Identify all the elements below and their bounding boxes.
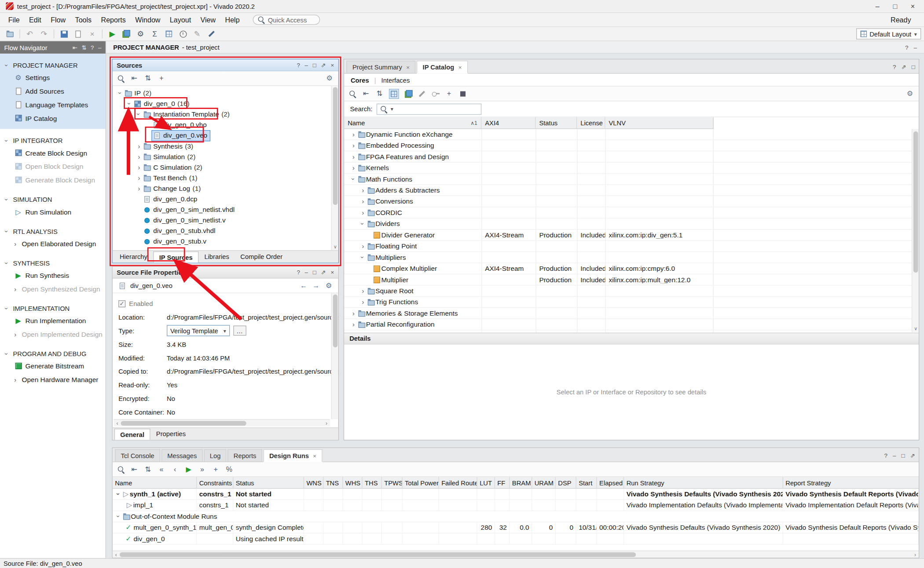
open-file-button[interactable]: [3, 28, 17, 40]
column-header-vlnv[interactable]: VLNV: [605, 117, 713, 128]
catalog-row[interactable]: CORDIC: [344, 207, 919, 218]
dock-icon[interactable]: ⇤: [73, 44, 77, 51]
section-title[interactable]: SIMULATION: [0, 194, 106, 205]
run-row-mult-gen-0-synth-1[interactable]: ✓mult_gen_0_synth_1 mult_gen_0 synth_des…: [113, 522, 919, 533]
column-header-name[interactable]: Name∧1: [344, 117, 481, 128]
sidebar-item-generate-block-design[interactable]: Generate Block Design: [0, 173, 106, 187]
help-icon[interactable]: ?: [905, 44, 908, 51]
expander-icon[interactable]: [359, 243, 367, 250]
menu-view[interactable]: View: [196, 14, 220, 25]
gear-icon[interactable]: ⚙: [906, 90, 914, 98]
save-button[interactable]: [57, 28, 71, 40]
help-icon[interactable]: ?: [297, 269, 300, 276]
column-header-status[interactable]: Status: [535, 117, 577, 128]
tab-libraries[interactable]: Libraries: [199, 251, 235, 263]
expander-icon[interactable]: [359, 198, 367, 205]
expander-icon[interactable]: [136, 111, 143, 118]
add-sources-button[interactable]: [71, 28, 85, 40]
catalog-row[interactable]: Math Functions: [344, 174, 919, 185]
scroll-right-icon[interactable]: ›: [323, 420, 330, 426]
tab-tcl-console[interactable]: Tcl Console: [115, 449, 160, 462]
search-icon[interactable]: [117, 466, 125, 473]
chevron-right-icon[interactable]: [12, 240, 19, 247]
expand-all-icon[interactable]: ⇅: [144, 465, 152, 473]
run-row-div-gen-0[interactable]: ✓div_gen_0 Using cached IP results: [113, 533, 919, 544]
sources-panel-header[interactable]: Sources ? – □ ⇗ ×: [113, 59, 338, 71]
redo-button[interactable]: ↷: [37, 28, 51, 40]
menu-file[interactable]: File: [4, 14, 24, 25]
window-maximize-button[interactable]: □: [886, 0, 904, 12]
expander-icon[interactable]: [136, 185, 143, 192]
expander-icon[interactable]: [115, 491, 122, 498]
launch-runs-icon[interactable]: ▶: [184, 465, 193, 473]
help-icon[interactable]: ?: [297, 62, 300, 69]
expander-icon[interactable]: [359, 187, 367, 194]
create-run-icon[interactable]: +: [212, 465, 220, 473]
scroll-right-icon[interactable]: ›: [912, 551, 919, 557]
edit-button[interactable]: ✎: [191, 28, 204, 40]
scroll-down-icon[interactable]: ∨: [912, 325, 919, 332]
expander-icon[interactable]: [350, 164, 357, 171]
catalog-row[interactable]: Kernels: [344, 163, 919, 174]
vertical-scrollbar[interactable]: ∨: [912, 129, 919, 332]
help-icon[interactable]: ?: [893, 64, 896, 70]
sfp-panel-header[interactable]: Source File Properties ? – □ ⇗ ×: [113, 267, 338, 279]
column-header-ff[interactable]: FF: [495, 477, 510, 488]
minimize-icon[interactable]: –: [305, 62, 308, 69]
close-icon[interactable]: ×: [406, 64, 410, 70]
expander-icon[interactable]: [136, 142, 143, 149]
sidebar-item-language-templates[interactable]: Language Templates: [0, 98, 106, 111]
probe-button[interactable]: [205, 28, 218, 40]
minimize-icon[interactable]: –: [305, 269, 308, 276]
tab-log[interactable]: Log: [204, 449, 226, 462]
maximize-icon[interactable]: □: [912, 64, 915, 70]
collapse-all-icon[interactable]: ⇤: [130, 465, 139, 473]
tree-item-simulation[interactable]: Simulation(2): [113, 151, 338, 162]
sidebar-item-generate-bitstream[interactable]: Generate Bitstream: [0, 359, 106, 373]
sidebar-item-settings[interactable]: ⚙Settings: [0, 71, 106, 84]
tree-item-stub-vhdl[interactable]: div_gen_0_stub.vhdl: [113, 226, 338, 236]
column-header-dsp[interactable]: DSP: [556, 477, 576, 488]
catalog-row[interactable]: Square Root: [344, 286, 919, 297]
expander-icon[interactable]: [117, 90, 124, 97]
sidebar-item-open-hardware-manager[interactable]: Open Hardware Manager: [0, 373, 106, 386]
tree-item-synthesis[interactable]: Synthesis(3): [113, 141, 338, 151]
tab-ip-catalog[interactable]: IP Catalog×: [417, 61, 468, 73]
column-header-constraints[interactable]: Constraints: [197, 477, 233, 488]
column-header-ths[interactable]: THS: [363, 477, 382, 488]
flow-stack-button[interactable]: [120, 28, 133, 40]
type-browse-button[interactable]: …: [233, 326, 246, 336]
tree-item-change-log[interactable]: Change Log(1): [113, 183, 338, 194]
minimize-icon[interactable]: –: [98, 44, 101, 51]
expander-icon[interactable]: [359, 288, 367, 295]
tree-item-sim-netlist-vhdl[interactable]: div_gen_0_sim_netlist.vhdl: [113, 204, 338, 215]
column-header-uram[interactable]: URAM: [532, 477, 556, 488]
expander-icon[interactable]: [136, 174, 143, 181]
sidebar-item-run-synthesis[interactable]: ▶Run Synthesis: [0, 269, 106, 282]
scrollbar-thumb[interactable]: [333, 295, 338, 348]
section-title[interactable]: IP INTEGRATOR: [0, 135, 106, 146]
horizontal-scrollbar[interactable]: ‹ ›: [113, 550, 919, 557]
minimize-icon[interactable]: –: [893, 452, 896, 459]
tab-compile-order[interactable]: Compile Order: [235, 251, 288, 263]
add-sources-icon[interactable]: +: [158, 74, 166, 83]
catalog-row[interactable]: Dynamic Function eXchange: [344, 129, 919, 140]
expand-all-icon[interactable]: ⇅: [375, 90, 384, 98]
tab-hierarchy[interactable]: Hierarchy: [114, 251, 153, 263]
close-icon[interactable]: ×: [331, 62, 334, 69]
catalog-row[interactable]: FPGA Features and Design: [344, 151, 919, 162]
float-icon[interactable]: ⇗: [910, 452, 915, 459]
expander-icon[interactable]: [350, 131, 357, 138]
expander-icon[interactable]: [350, 321, 357, 328]
catalog-row[interactable]: Multipliers: [344, 252, 919, 263]
report-grid-button[interactable]: [162, 28, 176, 40]
menu-reports[interactable]: Reports: [96, 14, 131, 25]
collapse-all-icon[interactable]: ⇤: [130, 74, 139, 83]
catalog-row[interactable]: Conversions: [344, 196, 919, 207]
column-header-bram[interactable]: BRAM: [510, 477, 532, 488]
tree-item-stub-v[interactable]: div_gen_0_stub.v: [113, 236, 338, 247]
column-header-start[interactable]: Start: [576, 477, 597, 488]
sidebar-item-open-implemented-design[interactable]: Open Implemented Design: [0, 328, 106, 341]
column-header-name[interactable]: Name: [113, 477, 197, 488]
menu-help[interactable]: Help: [220, 14, 244, 25]
